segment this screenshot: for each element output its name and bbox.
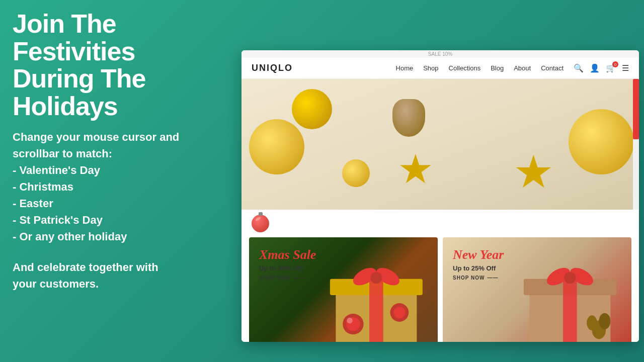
- svg-point-20: [599, 313, 611, 329]
- desc-line-4: - Christmas: [13, 180, 73, 193]
- xmas-subtitle: Up to 30% Off: [259, 264, 316, 272]
- menu-icon[interactable]: ☰: [622, 63, 629, 73]
- hero-area: ★ ★: [242, 79, 639, 210]
- desc-line-1: Change your mouse cursor and: [13, 131, 179, 143]
- nav-about[interactable]: About: [514, 64, 531, 72]
- xmas-title: Xmas Sale: [259, 247, 316, 262]
- nav-contact[interactable]: Contact: [541, 64, 564, 72]
- nav-blog[interactable]: Blog: [491, 64, 504, 72]
- pinecone-decoration: [392, 99, 425, 137]
- cart-icon[interactable]: 🛒 0: [606, 63, 616, 73]
- svg-rect-13: [563, 290, 577, 342]
- scrollbar-track[interactable]: [633, 79, 639, 210]
- svg-point-9: [347, 318, 353, 324]
- svg-point-6: [371, 272, 382, 284]
- desc-line-2: scrollbar to match:: [13, 147, 112, 160]
- scrollbar-thumb[interactable]: [633, 79, 639, 139]
- celebrate-block: And celebrate together with your custome…: [13, 259, 219, 292]
- ornament-gold-small: [342, 159, 370, 187]
- ornament-gold-medium: [292, 89, 332, 129]
- xmas-sale-card[interactable]: Xmas Sale Up to 30% Off SHOP NOW: [249, 237, 438, 342]
- main-title: Join The Festivities During The Holidays: [13, 10, 219, 120]
- svg-rect-1: [369, 290, 383, 342]
- newyear-card-text: New Year Up to 25% Off SHOP NOW: [453, 247, 504, 281]
- nav-logo: UNIQLO: [252, 63, 293, 73]
- sale-hint-text: SALE 10%: [428, 51, 452, 57]
- ornament-gold-large: [249, 119, 304, 174]
- star-left: ★: [397, 149, 438, 190]
- ornament-gold-right: [569, 109, 634, 174]
- star-right: ★: [513, 149, 558, 195]
- desc-line-5: - Easter: [13, 197, 53, 210]
- svg-point-18: [565, 272, 576, 284]
- nav-bar: UNIQLO Home Shop Collections Blog About …: [242, 58, 639, 79]
- desc-line-3: - Valentine's Day: [13, 164, 100, 176]
- xmas-card-text: Xmas Sale Up to 30% Off SHOP NOW: [259, 247, 316, 281]
- desc-line-7: - Or any other holiday: [13, 230, 127, 243]
- user-icon[interactable]: 👤: [590, 63, 600, 73]
- nav-links: Home Shop Collections Blog About Contact: [396, 64, 564, 72]
- newyear-subtitle: Up to 25% Off: [453, 264, 504, 272]
- newyear-card[interactable]: New Year Up to 25% Off SHOP NOW: [443, 237, 631, 342]
- svg-point-21: [587, 315, 597, 330]
- content-area: [242, 210, 639, 237]
- sale-hint-bar: SALE 10%: [242, 50, 639, 58]
- left-panel: Join The Festivities During The Holidays…: [0, 0, 231, 362]
- newyear-cta[interactable]: SHOP NOW: [453, 275, 504, 281]
- newyear-gift-svg: [509, 237, 631, 342]
- nav-home[interactable]: Home: [396, 64, 414, 72]
- xmas-gift-svg: [315, 237, 438, 342]
- xmas-cta[interactable]: SHOP NOW: [259, 275, 316, 281]
- description-block: Change your mouse cursor and scrollbar t…: [13, 129, 219, 245]
- celebrate-line-1: And celebrate together with: [13, 261, 158, 274]
- nav-icons: 🔍 👤 🛒 0 ☰: [574, 63, 629, 73]
- ornament-small-red: [252, 215, 269, 232]
- nav-shop[interactable]: Shop: [423, 64, 438, 72]
- desc-line-6: - St Patrick's Day: [13, 214, 103, 226]
- xmas-gift-decoration: [315, 237, 438, 342]
- browser-mockup: SALE 10% UNIQLO Home Shop Collections Bl…: [242, 50, 639, 342]
- newyear-title: New Year: [453, 247, 504, 262]
- cart-badge: 0: [612, 61, 618, 67]
- svg-point-11: [394, 307, 406, 318]
- newyear-gift-decoration: [509, 237, 631, 342]
- product-cards: Xmas Sale Up to 30% Off SHOP NOW: [242, 237, 639, 342]
- celebrate-line-2: your customers.: [13, 278, 99, 290]
- nav-collections[interactable]: Collections: [449, 64, 481, 72]
- search-icon[interactable]: 🔍: [574, 63, 584, 73]
